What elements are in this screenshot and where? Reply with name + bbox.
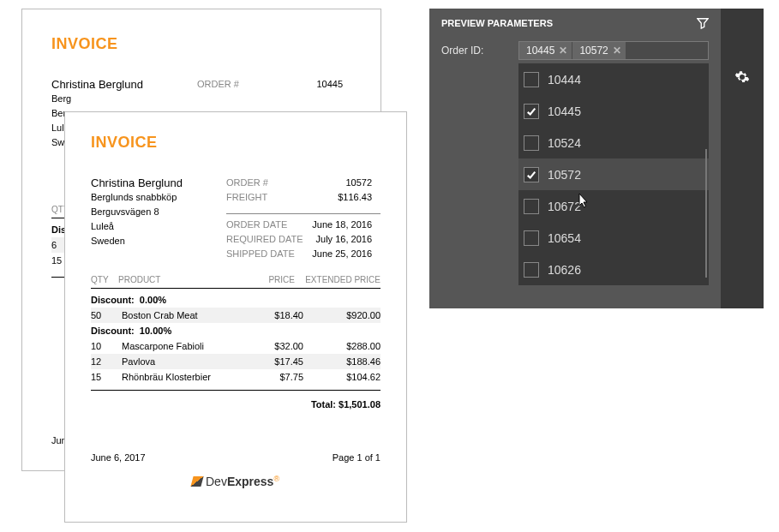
footer-date: June 6, 2017 — [91, 452, 146, 463]
dropdown-option[interactable]: 10524 — [518, 127, 709, 158]
option-label: 10672 — [548, 200, 581, 213]
option-label: 10524 — [548, 136, 581, 150]
checkbox[interactable] — [524, 167, 539, 182]
option-label: 10654 — [548, 231, 581, 245]
checkbox[interactable] — [524, 72, 539, 87]
orderid-input[interactable]: 10445✕10572✕ — [518, 41, 709, 60]
option-label: 10572 — [548, 168, 581, 182]
invoice-title: INVOICE — [91, 134, 381, 152]
panel-title: PREVIEW PARAMETERS — [441, 18, 553, 28]
dropdown-option[interactable]: 10572 — [518, 158, 709, 190]
option-label: 10626 — [548, 263, 581, 277]
preview-parameters-panel: PREVIEW PARAMETERS Order ID: 10445✕10572… — [429, 9, 764, 308]
invoice-total: Total: $1,501.08 — [91, 399, 381, 409]
discount-label: Discount: 0.00% — [91, 292, 381, 308]
customer-block: Christina Berglund Berglunds snabbköp Be… — [91, 176, 183, 261]
column-headers: QTY PRODUCT PRICE EXTENDED PRICE — [91, 272, 381, 288]
dropdown-option[interactable]: 10444 — [518, 63, 709, 95]
dropdown-option[interactable]: 10654 — [518, 222, 709, 254]
filter-icon[interactable] — [697, 17, 709, 29]
invoice-title: INVOICE — [51, 35, 351, 53]
orderid-dropdown[interactable]: 10444104451052410572106721065410626 — [518, 63, 709, 285]
token[interactable]: 10572✕ — [572, 42, 626, 59]
line-items-table: 10Mascarpone Fabioli$32.00$288.0012Pavlo… — [91, 338, 381, 385]
scrollbar[interactable] — [705, 149, 707, 278]
token-remove-icon[interactable]: ✕ — [559, 45, 567, 56]
settings-button[interactable] — [725, 60, 759, 94]
table-row: 50Boston Crab Meat$18.40$920.00 — [91, 308, 381, 323]
dropdown-option[interactable]: 10672 — [518, 190, 709, 222]
checkbox[interactable] — [524, 199, 539, 214]
table-row: 10Mascarpone Fabioli$32.00$288.00 — [91, 338, 381, 354]
token-remove-icon[interactable]: ✕ — [613, 45, 621, 56]
panel-side-strip — [721, 9, 764, 308]
footer-page: Page 1 of 1 — [333, 452, 381, 463]
checkbox[interactable] — [524, 104, 539, 119]
table-row: 15Rhönbräu Klosterbier$7.75$104.62 — [91, 369, 381, 385]
discount-label: Discount: 10.00% — [91, 323, 381, 338]
token[interactable]: 10445✕ — [519, 42, 572, 59]
panel-header: PREVIEW PARAMETERS — [429, 9, 721, 41]
table-row: 12Pavlova$17.45$188.46 — [91, 354, 381, 369]
order-meta: ORDER #10572 FREIGHT$116.43 ORDER DATEJu… — [226, 176, 381, 261]
line-items-table: 50Boston Crab Meat$18.40$920.00 — [91, 308, 381, 323]
checkbox[interactable] — [524, 135, 539, 151]
logo-mark-icon — [190, 476, 203, 487]
dropdown-option[interactable]: 10626 — [518, 254, 709, 285]
invoice-page-front: INVOICE Christina Berglund Berglunds sna… — [64, 111, 407, 523]
param-label-orderid: Order ID: — [441, 41, 501, 57]
devexpress-logo: DevExpress® — [91, 475, 381, 488]
option-label: 10445 — [548, 105, 581, 118]
dropdown-option[interactable]: 10445 — [518, 95, 709, 127]
checkbox[interactable] — [524, 262, 539, 278]
option-label: 10444 — [548, 73, 581, 87]
checkbox[interactable] — [524, 230, 539, 246]
